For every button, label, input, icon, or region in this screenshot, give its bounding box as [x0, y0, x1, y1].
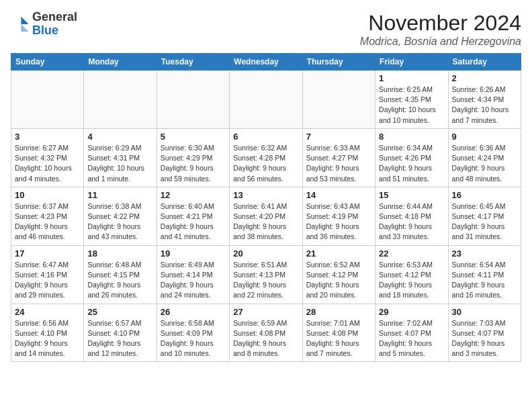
day-info: Sunrise: 6:37 AM Sunset: 4:23 PM Dayligh… [15, 201, 80, 242]
column-header-tuesday: Tuesday [157, 54, 229, 71]
calendar-week-2: 3Sunrise: 6:27 AM Sunset: 4:32 PM Daylig… [11, 128, 521, 187]
title-block: November 2024 Modrica, Bosnia and Herzeg… [360, 11, 521, 48]
day-number: 21 [306, 248, 371, 259]
day-number: 16 [452, 190, 517, 200]
location: Modrica, Bosnia and Herzegovina [360, 36, 521, 48]
day-number: 22 [379, 248, 444, 259]
day-number: 29 [379, 307, 444, 317]
calendar-cell: 24Sunrise: 6:56 AM Sunset: 4:10 PM Dayli… [11, 304, 84, 362]
column-header-friday: Friday [375, 54, 448, 71]
calendar-cell: 28Sunrise: 7:01 AM Sunset: 4:08 PM Dayli… [302, 304, 375, 362]
calendar-cell: 30Sunrise: 7:03 AM Sunset: 4:07 PM Dayli… [448, 304, 521, 362]
day-number: 15 [379, 190, 444, 200]
day-info: Sunrise: 7:03 AM Sunset: 4:07 PM Dayligh… [452, 318, 517, 359]
calendar-cell [11, 71, 84, 129]
column-header-monday: Monday [84, 54, 157, 71]
day-info: Sunrise: 6:36 AM Sunset: 4:24 PM Dayligh… [452, 143, 517, 184]
day-info: Sunrise: 6:52 AM Sunset: 4:12 PM Dayligh… [306, 260, 371, 301]
logo-icon [11, 15, 30, 34]
calendar-cell [84, 71, 157, 129]
calendar-cell: 23Sunrise: 6:54 AM Sunset: 4:11 PM Dayli… [448, 245, 521, 304]
calendar-cell: 14Sunrise: 6:43 AM Sunset: 4:19 PM Dayli… [302, 187, 375, 245]
day-info: Sunrise: 6:59 AM Sunset: 4:08 PM Dayligh… [233, 318, 298, 359]
day-number: 13 [233, 190, 298, 200]
day-info: Sunrise: 6:40 AM Sunset: 4:21 PM Dayligh… [161, 201, 226, 242]
calendar-cell: 26Sunrise: 6:58 AM Sunset: 4:09 PM Dayli… [157, 304, 229, 362]
calendar-cell: 11Sunrise: 6:38 AM Sunset: 4:22 PM Dayli… [84, 187, 157, 245]
day-number: 20 [233, 248, 298, 259]
day-number: 18 [87, 248, 152, 259]
calendar-cell: 20Sunrise: 6:51 AM Sunset: 4:13 PM Dayli… [230, 245, 302, 304]
day-info: Sunrise: 6:58 AM Sunset: 4:09 PM Dayligh… [161, 318, 226, 359]
logo-text: General Blue [32, 11, 77, 38]
calendar-cell: 7Sunrise: 6:33 AM Sunset: 4:27 PM Daylig… [302, 128, 375, 187]
calendar-cell: 18Sunrise: 6:48 AM Sunset: 4:15 PM Dayli… [84, 245, 157, 304]
day-info: Sunrise: 6:38 AM Sunset: 4:22 PM Dayligh… [87, 201, 152, 242]
logo: General Blue [11, 11, 77, 38]
calendar-week-4: 17Sunrise: 6:47 AM Sunset: 4:16 PM Dayli… [11, 245, 521, 304]
day-info: Sunrise: 6:43 AM Sunset: 4:19 PM Dayligh… [306, 201, 371, 242]
day-number: 28 [306, 307, 371, 317]
calendar-cell [302, 71, 375, 129]
day-info: Sunrise: 6:51 AM Sunset: 4:13 PM Dayligh… [233, 260, 298, 301]
day-number: 23 [452, 248, 517, 259]
calendar-cell: 21Sunrise: 6:52 AM Sunset: 4:12 PM Dayli… [302, 245, 375, 304]
calendar-cell: 25Sunrise: 6:57 AM Sunset: 4:10 PM Dayli… [84, 304, 157, 362]
logo-blue: Blue [32, 24, 58, 37]
day-number: 9 [452, 132, 517, 142]
calendar-cell: 4Sunrise: 6:29 AM Sunset: 4:31 PM Daylig… [84, 128, 157, 187]
day-number: 30 [452, 307, 517, 317]
day-number: 14 [306, 190, 371, 200]
calendar-cell: 6Sunrise: 6:32 AM Sunset: 4:28 PM Daylig… [230, 128, 302, 187]
day-number: 3 [15, 132, 80, 142]
day-number: 2 [452, 73, 517, 83]
day-info: Sunrise: 6:44 AM Sunset: 4:18 PM Dayligh… [379, 201, 444, 242]
day-number: 11 [87, 190, 152, 200]
logo-general: General [32, 10, 77, 24]
calendar-cell: 27Sunrise: 6:59 AM Sunset: 4:08 PM Dayli… [230, 304, 302, 362]
day-info: Sunrise: 6:33 AM Sunset: 4:27 PM Dayligh… [306, 143, 371, 184]
day-info: Sunrise: 6:45 AM Sunset: 4:17 PM Dayligh… [452, 201, 517, 242]
day-info: Sunrise: 6:30 AM Sunset: 4:29 PM Dayligh… [161, 143, 226, 184]
day-info: Sunrise: 6:53 AM Sunset: 4:12 PM Dayligh… [379, 260, 444, 301]
day-number: 19 [161, 248, 226, 259]
calendar-cell: 10Sunrise: 6:37 AM Sunset: 4:23 PM Dayli… [11, 187, 84, 245]
day-info: Sunrise: 6:27 AM Sunset: 4:32 PM Dayligh… [15, 143, 80, 184]
day-info: Sunrise: 6:41 AM Sunset: 4:20 PM Dayligh… [233, 201, 298, 242]
day-info: Sunrise: 6:32 AM Sunset: 4:28 PM Dayligh… [233, 143, 298, 184]
calendar-cell: 19Sunrise: 6:49 AM Sunset: 4:14 PM Dayli… [157, 245, 229, 304]
day-info: Sunrise: 7:02 AM Sunset: 4:07 PM Dayligh… [379, 318, 444, 359]
day-number: 1 [379, 73, 444, 83]
column-header-wednesday: Wednesday [230, 54, 302, 71]
day-info: Sunrise: 6:49 AM Sunset: 4:14 PM Dayligh… [161, 260, 226, 301]
day-info: Sunrise: 6:25 AM Sunset: 4:35 PM Dayligh… [379, 85, 444, 126]
day-number: 24 [15, 307, 80, 317]
calendar-cell: 8Sunrise: 6:34 AM Sunset: 4:26 PM Daylig… [375, 128, 448, 187]
day-info: Sunrise: 6:47 AM Sunset: 4:16 PM Dayligh… [15, 260, 80, 301]
calendar-cell: 29Sunrise: 7:02 AM Sunset: 4:07 PM Dayli… [375, 304, 448, 362]
day-info: Sunrise: 7:01 AM Sunset: 4:08 PM Dayligh… [306, 318, 371, 359]
calendar-week-3: 10Sunrise: 6:37 AM Sunset: 4:23 PM Dayli… [11, 187, 521, 245]
day-number: 8 [379, 132, 444, 142]
day-info: Sunrise: 6:26 AM Sunset: 4:34 PM Dayligh… [452, 85, 517, 126]
calendar-cell: 9Sunrise: 6:36 AM Sunset: 4:24 PM Daylig… [448, 128, 521, 187]
calendar-header-row: SundayMondayTuesdayWednesdayThursdayFrid… [11, 54, 521, 71]
calendar-cell: 15Sunrise: 6:44 AM Sunset: 4:18 PM Dayli… [375, 187, 448, 245]
calendar-week-1: 1Sunrise: 6:25 AM Sunset: 4:35 PM Daylig… [11, 71, 521, 129]
day-number: 6 [233, 132, 298, 142]
calendar-cell: 5Sunrise: 6:30 AM Sunset: 4:29 PM Daylig… [157, 128, 229, 187]
calendar-week-5: 24Sunrise: 6:56 AM Sunset: 4:10 PM Dayli… [11, 304, 521, 362]
calendar-cell: 1Sunrise: 6:25 AM Sunset: 4:35 PM Daylig… [375, 71, 448, 129]
column-header-sunday: Sunday [11, 54, 84, 71]
day-number: 27 [233, 307, 298, 317]
calendar-cell: 13Sunrise: 6:41 AM Sunset: 4:20 PM Dayli… [230, 187, 302, 245]
day-info: Sunrise: 6:34 AM Sunset: 4:26 PM Dayligh… [379, 143, 444, 184]
day-number: 10 [15, 190, 80, 200]
month-title: November 2024 [360, 11, 521, 36]
day-info: Sunrise: 6:57 AM Sunset: 4:10 PM Dayligh… [87, 318, 152, 359]
day-number: 26 [161, 307, 226, 317]
svg-marker-0 [21, 17, 28, 24]
day-info: Sunrise: 6:54 AM Sunset: 4:11 PM Dayligh… [452, 260, 517, 301]
calendar-cell: 3Sunrise: 6:27 AM Sunset: 4:32 PM Daylig… [11, 128, 84, 187]
calendar-cell [230, 71, 302, 129]
